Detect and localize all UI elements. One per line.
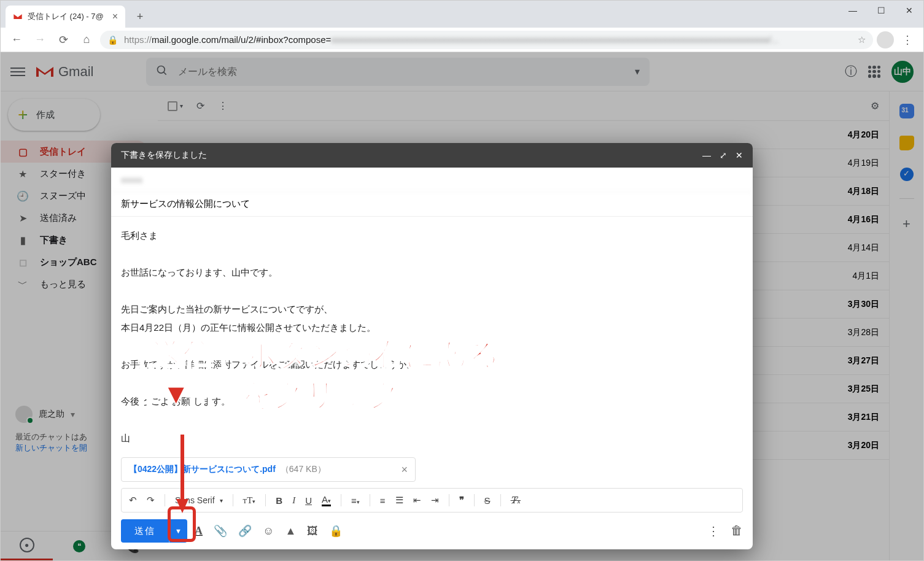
apps-icon[interactable] (868, 66, 880, 78)
text-color-icon[interactable]: A▾ (322, 494, 331, 506)
compose-actions: 送信 ▼ A 📎 🔗 ☺ ▲ 🖼 🔒 ⋮ 🗑 (111, 513, 753, 549)
gmail-logo[interactable]: Gmail (35, 64, 93, 80)
compose-close-icon[interactable]: ✕ (736, 150, 743, 160)
compose-attachment[interactable]: 【0422公開】新サービスについて.pdf （647 KB） × (121, 457, 416, 482)
clock-icon: 🕘 (17, 190, 29, 202)
compose-header[interactable]: 下書きを保存しました — ⤢ ✕ (111, 143, 753, 168)
forward-button[interactable]: → (30, 30, 50, 50)
compose-header-title: 下書きを保存しました (121, 150, 207, 161)
reload-button[interactable]: ⟳ (53, 30, 73, 50)
plus-icon: + (18, 105, 28, 125)
indent-more-icon[interactable]: ⇥ (431, 495, 439, 506)
bulleted-list-icon[interactable]: ☰ (395, 495, 403, 506)
bold-icon[interactable]: B (276, 495, 282, 506)
profile-avatar-icon[interactable] (877, 31, 894, 48)
align-icon[interactable]: ≡▾ (351, 495, 360, 506)
url-prefix: https:// (124, 34, 152, 45)
account-avatar[interactable]: 山中 (891, 61, 914, 83)
gmail-favicon-icon (13, 12, 23, 21)
sidebar-label: ショップABC (40, 257, 97, 268)
calendar-icon[interactable] (899, 104, 914, 118)
main-menu-button[interactable] (10, 68, 25, 76)
draft-icon: ▮ (17, 234, 29, 246)
close-tab-icon[interactable]: × (112, 11, 118, 22)
address-bar[interactable]: 🔒 https://mail.google.com/mail/u/2/#inbo… (100, 31, 873, 49)
send-button[interactable]: 送信 (121, 519, 169, 543)
compose-minimize-icon[interactable]: — (702, 150, 711, 160)
send-options-dropdown[interactable]: ▼ (169, 519, 187, 543)
new-tab-button[interactable]: + (131, 8, 149, 25)
compose-body[interactable]: 毛利さま お世話になっております、山中です。 先日ご案内した当社の新サービスにつ… (111, 217, 753, 450)
row-date: 4月18日 (848, 186, 879, 197)
compose-button[interactable]: + 作成 (8, 99, 100, 131)
status-dot-icon (26, 417, 34, 424)
gmail-m-icon (35, 64, 55, 79)
clear-format-icon[interactable]: T̷ₓ (511, 495, 521, 506)
bottom-tab-hangouts[interactable]: ❝ (53, 532, 105, 560)
settings-icon[interactable]: ⚙ (871, 100, 879, 112)
redo-icon[interactable]: ↷ (147, 495, 155, 506)
back-button[interactable]: ← (7, 30, 26, 50)
underline-icon[interactable]: U (305, 495, 312, 506)
discard-draft-icon[interactable]: 🗑 (731, 524, 743, 538)
compose-more-icon[interactable]: ⋮ (707, 524, 720, 538)
hangouts-icon: ❝ (73, 540, 85, 552)
search-input[interactable] (178, 66, 625, 77)
quote-icon[interactable]: ❞ (459, 495, 464, 506)
compose-subject-value: 新サービスの情報公開について (121, 198, 250, 210)
search-options-icon[interactable]: ▾ (635, 66, 640, 77)
minimize-button[interactable]: — (839, 1, 867, 20)
sidebar-label: スター付き (40, 168, 86, 180)
compose-to-field[interactable]: xxxxx (111, 168, 753, 192)
refresh-icon[interactable]: ⟳ (196, 100, 204, 112)
sidebar-label: 下書き (40, 234, 68, 246)
select-all-checkbox[interactable] (168, 101, 177, 111)
insert-emoji-icon[interactable]: ☺ (263, 525, 274, 538)
format-toggle-icon[interactable]: A (195, 525, 203, 538)
italic-icon[interactable]: I (292, 495, 295, 506)
confidential-mode-icon[interactable]: 🔒 (329, 524, 343, 538)
attach-file-icon[interactable]: 📎 (214, 524, 227, 538)
strikethrough-icon[interactable]: S (484, 495, 491, 506)
url-query-blurred: xxxxxxxxxxxxxxxxxxxxxxxxxxxxxxxxxxxxxxxx… (331, 34, 778, 45)
maximize-button[interactable]: ☐ (867, 1, 895, 20)
support-icon[interactable]: ⓘ (845, 63, 857, 80)
browser-tab[interactable]: 受信トレイ (24) - 7@ × (6, 6, 125, 28)
font-family-select[interactable]: Sans Serif ▾ (175, 495, 223, 505)
home-button[interactable]: ⌂ (77, 30, 96, 50)
row-date: 3月28日 (848, 327, 879, 338)
addons-plus-icon[interactable]: + (903, 216, 910, 232)
sidebar-label: 送信済み (40, 212, 77, 224)
font-size-icon[interactable]: тT▾ (243, 495, 256, 506)
tab-title: 受信トレイ (24) - 7@ (28, 11, 104, 22)
browser-toolbar: ← → ⟳ ⌂ 🔒 https://mail.google.com/mail/u… (1, 28, 923, 52)
close-window-button[interactable]: ✕ (895, 1, 923, 20)
svg-line-1 (164, 72, 166, 74)
svg-point-0 (158, 66, 165, 73)
tasks-icon[interactable] (900, 168, 914, 181)
keep-icon[interactable] (899, 136, 914, 150)
compose-popout-icon[interactable]: ⤢ (720, 150, 727, 160)
select-dropdown-icon[interactable]: ▾ (180, 103, 183, 109)
chevron-down-icon: ﹀ (17, 278, 29, 291)
row-date: 3月27日 (848, 355, 879, 366)
person-icon: ● (20, 538, 34, 552)
chat-user-menu-icon[interactable]: ▾ (71, 409, 75, 419)
undo-icon[interactable]: ↶ (129, 495, 137, 506)
insert-drive-icon[interactable]: ▲ (285, 525, 296, 538)
bottom-tab-contacts[interactable]: ● (1, 532, 53, 560)
row-date: 3月25日 (848, 384, 879, 395)
insert-link-icon[interactable]: 🔗 (238, 524, 252, 538)
bookmark-star-icon[interactable]: ☆ (858, 34, 866, 45)
search-box[interactable]: ▾ (146, 58, 650, 86)
browser-menu-button[interactable]: ⋮ (898, 30, 917, 50)
compose-subject-field[interactable]: 新サービスの情報公開について (111, 192, 753, 217)
chat-user-name: 鹿之助 (39, 409, 64, 420)
compose-window: 下書きを保存しました — ⤢ ✕ xxxxx 新サービスの情報公開について 毛利… (111, 143, 753, 549)
indent-less-icon[interactable]: ⇤ (413, 495, 421, 506)
more-actions-icon[interactable]: ⋮ (218, 100, 228, 112)
numbered-list-icon[interactable]: ≡ (380, 495, 386, 506)
attachment-remove-icon[interactable]: × (401, 463, 408, 476)
sidebar-label: 受信トレイ (40, 146, 86, 158)
insert-photo-icon[interactable]: 🖼 (307, 525, 318, 538)
